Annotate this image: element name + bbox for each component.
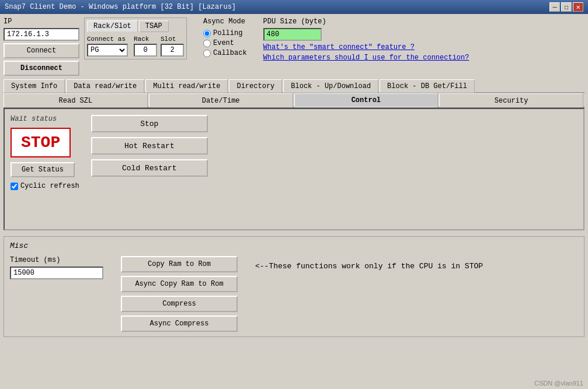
async-mode-title: Async Mode [203, 17, 247, 26]
slot-input[interactable] [161, 44, 184, 57]
pdu-input[interactable] [263, 28, 322, 41]
event-option[interactable]: Event [203, 39, 247, 47]
get-status-button[interactable]: Get Status [11, 162, 75, 177]
event-radio[interactable] [203, 40, 211, 47]
ip-section: IP Connect Disconnect [4, 17, 79, 76]
cyclic-refresh-option[interactable]: Cyclic refresh [11, 182, 79, 190]
disconnect-button[interactable]: Disconnect [4, 61, 79, 76]
main-window: IP Connect Disconnect Rack/Slot TSAP Con… [0, 14, 588, 389]
tab-block-db[interactable]: Block - DB Get/Fill [380, 79, 475, 93]
stop-button[interactable]: Stop [91, 115, 208, 132]
tab-read-szl[interactable]: Read SZL [4, 93, 148, 107]
connect-as-group: Connect as PG OP S7 [87, 36, 128, 57]
async-copy-ram-to-rom-button[interactable]: Async Copy Ram to Rom [121, 276, 238, 292]
rack-label: Rack [134, 36, 157, 43]
pdu-section: PDU Size (byte) What's the "smart connec… [263, 17, 469, 62]
tab-directory[interactable]: Directory [229, 79, 282, 93]
tab-control[interactable]: Control [294, 93, 439, 107]
maximize-button[interactable]: □ [561, 2, 572, 12]
event-label: Event [213, 39, 234, 47]
misc-title: Misc [10, 241, 578, 250]
compress-button[interactable]: Compress [121, 296, 238, 312]
status-area: Wait status STOP Get Status Cyclic refre… [11, 115, 79, 190]
control-section: Wait status STOP Get Status Cyclic refre… [11, 115, 577, 190]
misc-info-text: <--These functions work only if the CPU … [255, 256, 483, 271]
tab-security[interactable]: Security [439, 93, 583, 107]
tsap-tab[interactable]: TSAP [139, 20, 169, 32]
content-area: Wait status STOP Get Status Cyclic refre… [4, 108, 584, 230]
cyclic-refresh-checkbox[interactable] [11, 183, 18, 190]
tab-multi-readwrite[interactable]: Multi read/write [145, 79, 228, 93]
tab-system-info[interactable]: System Info [4, 79, 65, 93]
window-controls: ─ □ ✕ [549, 2, 583, 12]
rack-slot-tab[interactable]: Rack/Slot [87, 20, 138, 32]
cyclic-refresh-label: Cyclic refresh [20, 182, 79, 190]
cold-restart-button[interactable]: Cold Restart [91, 159, 208, 177]
rack-input[interactable] [134, 44, 157, 57]
callback-radio[interactable] [203, 50, 211, 57]
minimize-button[interactable]: ─ [549, 2, 560, 12]
async-mode-radio-group: Polling Event Callback [203, 29, 247, 57]
tab-nav-row1: System Info Data read/write Multi read/w… [4, 79, 584, 93]
window-title: Snap7 Client Demo - Windows platform [32… [5, 3, 236, 11]
watermark: CSDN @vlan911 [534, 380, 583, 387]
async-compress-button[interactable]: Async Compress [121, 316, 238, 332]
pdu-title: PDU Size (byte) [263, 17, 469, 26]
copy-ram-to-rom-button[interactable]: Copy Ram to Rom [121, 256, 238, 272]
tab-datetime[interactable]: Date/Time [149, 93, 293, 107]
ip-label: IP [4, 17, 79, 26]
rack-slot-section: Rack/Slot TSAP Connect as PG OP S7 Rack [84, 17, 187, 59]
stop-badge: STOP [11, 128, 71, 157]
rack-group: Rack [134, 36, 157, 57]
title-bar: Snap7 Client Demo - Windows platform [32… [0, 0, 588, 14]
ip-input[interactable] [4, 28, 79, 41]
connect-as-select[interactable]: PG OP S7 [87, 44, 128, 57]
hot-restart-button[interactable]: Hot Restart [91, 137, 208, 155]
connect-button[interactable]: Connect [4, 43, 79, 58]
wait-status-label: Wait status [11, 115, 57, 123]
close-button[interactable]: ✕ [573, 2, 583, 12]
async-mode-section: Async Mode Polling Event Callback [203, 17, 247, 57]
rack-slot-tabs: Rack/Slot TSAP [87, 20, 184, 32]
tab-data-readwrite[interactable]: Data read/write [66, 79, 144, 93]
tab-block-updownload[interactable]: Block - Up/Download [283, 79, 378, 93]
callback-option[interactable]: Callback [203, 49, 247, 57]
rack-slot-group: Rack Slot [134, 36, 184, 57]
rack-slot-content: Connect as PG OP S7 Rack Slot [87, 36, 184, 57]
callback-label: Callback [213, 49, 247, 57]
timeout-input[interactable] [10, 267, 103, 279]
slot-group: Slot [161, 36, 184, 57]
polling-radio[interactable] [203, 30, 211, 37]
misc-buttons: Copy Ram to Rom Async Copy Ram to Rom Co… [121, 256, 238, 332]
timeout-section: Timeout (ms) [10, 256, 103, 279]
smart-connect-link[interactable]: What's the "smart connect" feature ? [263, 43, 469, 51]
polling-option[interactable]: Polling [203, 29, 247, 37]
top-config-section: IP Connect Disconnect Rack/Slot TSAP Con… [4, 17, 584, 76]
slot-label: Slot [161, 36, 184, 43]
parameters-link[interactable]: Which parameters should I use for the co… [263, 54, 469, 62]
misc-section: Misc Timeout (ms) Copy Ram to Rom Async … [4, 236, 584, 337]
timeout-label: Timeout (ms) [10, 256, 103, 264]
polling-label: Polling [213, 29, 242, 37]
connect-as-label: Connect as [87, 36, 128, 43]
misc-content: Timeout (ms) Copy Ram to Rom Async Copy … [10, 256, 578, 332]
control-buttons: Stop Hot Restart Cold Restart [91, 115, 208, 177]
tab-nav-row2: Read SZL Date/Time Control Security [4, 93, 584, 108]
